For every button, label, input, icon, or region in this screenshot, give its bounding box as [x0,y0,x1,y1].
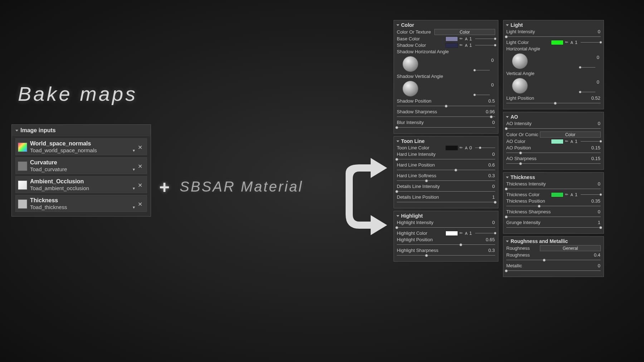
prop-value: 0.5 [488,98,495,104]
panel-title: Color [401,22,414,28]
prop-value: 0 [598,209,601,214]
slider[interactable] [397,254,495,257]
slider[interactable] [506,151,601,155]
alpha-slider[interactable]: 1 [575,40,601,45]
panel-header[interactable]: AO [506,114,601,120]
slider[interactable] [506,187,601,191]
chevron-down-icon[interactable]: ▾ [132,204,136,211]
prop-label: Thickness Intensity [506,181,546,187]
color-swatch[interactable] [445,145,458,150]
prop-value: 1 [598,220,601,225]
angle-dial[interactable] [512,53,528,69]
slider[interactable] [506,226,601,229]
chevron-down-icon [506,116,509,118]
panel-header[interactable]: Toon Line [396,138,495,144]
panel-roughness-and-metallic: Roughness and Metallic Roughness General… [503,236,604,277]
dial-slider[interactable] [579,63,595,69]
chevron-down-icon[interactable]: ▾ [132,166,136,173]
angle-dial[interactable] [512,78,528,94]
eyedropper-icon[interactable]: ✎ [459,36,464,42]
plus-line: + SBSAR Material [159,175,345,196]
map-source: Toad_thickness [30,204,67,211]
eyedropper-icon[interactable]: ✎ [564,40,570,45]
color-swatch[interactable] [551,192,564,197]
slider[interactable] [397,179,495,183]
eyedropper-icon[interactable]: ✎ [459,43,464,48]
slider[interactable] [397,158,495,161]
color-swatch[interactable] [445,43,458,48]
slider[interactable] [397,226,495,229]
prop-label: Roughness [506,252,530,258]
page-title: Bake maps [18,82,137,105]
color-swatch[interactable] [551,40,564,45]
alpha-slider[interactable]: 0 [469,145,495,150]
alpha-slider[interactable]: 1 [575,139,601,144]
dial-slider[interactable] [473,65,490,72]
prop-value: 0 [492,120,495,125]
slider[interactable] [506,101,601,105]
slider[interactable] [397,126,495,129]
alpha-slider[interactable]: 1 [469,230,495,236]
slider[interactable] [506,204,601,208]
dropdown-button[interactable]: General [540,245,601,251]
slider[interactable] [506,35,601,39]
slider[interactable] [506,127,601,130]
panel-header[interactable]: Highlight [396,213,495,219]
slider[interactable] [506,215,601,219]
color-swatch[interactable] [445,231,458,236]
alpha-slider[interactable]: 1 [469,36,495,41]
image-input-row[interactable]: Thickness Toad_thickness ▾ ✕ [15,195,147,212]
slider[interactable] [397,168,495,172]
panel-header[interactable]: Color [396,22,495,28]
prop-label: Shadow Position [397,98,431,104]
dropdown-button[interactable]: Color [434,29,495,35]
slider[interactable] [397,104,495,108]
panel-header[interactable]: Thickness [506,174,601,180]
close-icon[interactable]: ✕ [136,163,144,170]
eyedropper-icon[interactable]: ✎ [459,145,464,151]
color-swatch[interactable] [445,36,458,41]
panel-header[interactable]: Roughness and Metallic [506,238,601,244]
alpha-slider[interactable]: 1 [575,192,601,197]
slider[interactable] [506,269,601,273]
image-input-row[interactable]: Curvature Toad_curvature ▾ ✕ [15,157,147,174]
eyedropper-icon[interactable]: ✎ [564,192,570,198]
slider[interactable] [397,190,495,193]
dial-slider[interactable] [579,87,595,94]
prop-label: Highlight Intensity [397,220,434,225]
dial-slider[interactable] [473,90,490,96]
angle-dial[interactable] [402,56,418,72]
prop-value: 0.15 [591,145,601,150]
chevron-down-icon[interactable]: ▾ [132,185,136,192]
close-icon[interactable]: ✕ [136,201,144,208]
eyedropper-icon[interactable]: ✎ [564,139,570,144]
close-icon[interactable]: ✕ [136,182,144,189]
alpha-value: 1 [469,43,472,48]
image-input-row[interactable]: Ambient_Occlusion Toad_ambient_occlusion… [15,176,147,193]
alpha-value: 1 [469,36,472,41]
prop-value: 0.4 [594,252,601,258]
map-name: Ambient_Occlusion [30,178,136,185]
image-input-row[interactable]: World_space_normals Toad_world_space_nor… [15,138,147,155]
prop-label: Thickness Color [506,192,540,197]
image-inputs-header[interactable]: Image inputs [12,125,151,136]
chevron-down-icon[interactable]: ▾ [132,147,136,154]
slider[interactable] [397,200,495,204]
eyedropper-icon[interactable]: ✎ [459,230,464,236]
prop-value: 0.3 [488,173,495,178]
alpha-value: 1 [575,40,578,45]
panel-title: Light [511,22,523,28]
slider[interactable] [506,258,601,262]
slider[interactable] [397,115,495,119]
dropdown-button[interactable]: Color [540,132,601,138]
alpha-label: A [465,231,467,235]
color-swatch[interactable] [551,139,564,144]
slider[interactable] [397,243,495,247]
angle-dial[interactable] [402,81,418,96]
close-icon[interactable]: ✕ [136,144,144,151]
alpha-slider[interactable]: 1 [469,43,495,48]
panel-header[interactable]: Light [506,22,601,28]
prop-value: 0 [492,184,495,189]
slider[interactable] [506,162,601,165]
image-inputs-title: Image inputs [20,127,56,134]
